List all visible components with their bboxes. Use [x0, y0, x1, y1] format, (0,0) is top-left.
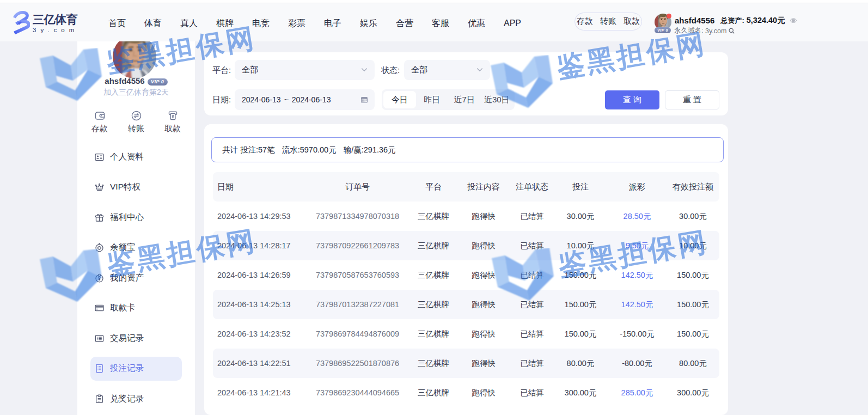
nav-item[interactable]: 真人 — [180, 18, 198, 29]
sidebar-menu-label: 交易记录 — [110, 333, 144, 344]
quick-date-option[interactable]: 昨日 — [416, 91, 449, 108]
cell-order-number: 7379871334978070318 — [315, 212, 400, 221]
nav-item[interactable]: 客服 — [432, 18, 449, 29]
table-row[interactable]: 2024-06-13 14:23:52 7379869784494876009 … — [213, 319, 719, 349]
cell-bet-amount: 80.00元 — [564, 358, 597, 369]
nav-avatar-wrap[interactable]: VIP 0 — [655, 14, 674, 35]
sidebar-menu-item[interactable]: 余额宝 — [90, 236, 182, 260]
quick-date-option[interactable]: 近7日 — [448, 91, 481, 108]
table-row[interactable]: 2024-06-13 14:25:13 7379870132387227081 … — [213, 290, 719, 319]
sidebar-menu-item[interactable]: 我的资产 — [90, 266, 182, 290]
cell-bet-amount: 150.00元 — [564, 300, 597, 310]
brand-logo[interactable]: 三亿体育 3y.com — [11, 11, 78, 34]
wallet-icon — [94, 110, 106, 121]
cell-date: 2024-06-13 14:28:17 — [217, 241, 315, 250]
quick-action[interactable]: 取款 — [163, 110, 182, 134]
sidebar-menu-label: VIP特权 — [110, 181, 140, 193]
quick-date-label: 今日 — [392, 95, 408, 105]
nav-item[interactable]: 体育 — [144, 18, 162, 29]
quick-date-option[interactable]: 今日 — [383, 91, 416, 108]
cell-bet-content: 跑得快 — [467, 329, 500, 339]
sidebar-menu-item[interactable]: VIP特权 — [90, 175, 182, 199]
cell-status: 已结算 — [500, 388, 564, 398]
table-row[interactable]: 2024-06-13 14:21:43 7379869230444094665 … — [213, 378, 719, 407]
table-row[interactable]: 2024-06-13 14:26:59 7379870587653760593 … — [213, 260, 719, 290]
betlist-icon — [94, 363, 105, 374]
magnifier-icon[interactable] — [729, 28, 735, 34]
brand-text-block: 三亿体育 3y.com — [33, 11, 78, 34]
gift-icon — [94, 212, 105, 223]
nav-item[interactable]: 棋牌 — [216, 18, 234, 29]
cell-date: 2024-06-13 14:29:53 — [217, 212, 315, 221]
coin-icon — [94, 242, 105, 253]
cell-bet-content: 跑得快 — [467, 358, 500, 369]
sidebar-menu-label: 个人资料 — [110, 151, 144, 163]
table-header-cell: 投注 — [564, 182, 597, 192]
reset-button[interactable]: 重置 — [665, 90, 719, 109]
eye-icon[interactable] — [790, 18, 797, 23]
nav-item[interactable]: 合营 — [396, 18, 413, 29]
nav-item[interactable]: 优惠 — [468, 18, 485, 29]
chevron-down-icon — [361, 68, 368, 72]
wallet-link[interactable]: 转账 — [600, 16, 616, 27]
quick-date-group: 今日 昨日 近7日 近30日 — [382, 89, 515, 110]
sidebar-menu-label: 福利中心 — [110, 212, 144, 223]
platform-select-value: 全部 — [242, 65, 258, 75]
table-row[interactable]: 2024-06-13 14:28:17 7379870922661209783 … — [213, 231, 719, 260]
cell-payout: 9.50元 — [597, 241, 677, 251]
cell-bet-content: 跑得快 — [467, 388, 500, 398]
status-select-value: 全部 — [411, 65, 427, 75]
table-header-cell: 投注内容 — [467, 182, 500, 192]
cell-valid-bet: 300.00元 — [677, 388, 709, 398]
cell-order-number: 7379870132387227081 — [315, 300, 400, 309]
date-range-input[interactable]: 2024-06-13 ~ 2024-06-13 — [235, 89, 375, 110]
table-row[interactable]: 2024-06-13 14:29:53 7379871334978070318 … — [213, 202, 719, 231]
sidebar-menu-item[interactable]: 取款卡 — [90, 296, 182, 320]
cell-platform: 三亿棋牌 — [400, 241, 467, 251]
table-header-cell: 注单状态 — [500, 182, 564, 192]
table-header-cell: 有效投注额 — [673, 182, 713, 192]
nav-item[interactable]: 彩票 — [288, 18, 305, 29]
cell-payout: -80.00元 — [597, 358, 677, 369]
status-select[interactable]: 全部 — [404, 60, 490, 80]
sidebar-menu-item[interactable]: 投注记录 — [90, 357, 182, 381]
sidebar-menu-item[interactable]: 交易记录 — [90, 326, 182, 350]
top-edge-strip — [0, 0, 868, 3]
search-button[interactable]: 查询 — [605, 90, 659, 109]
quick-date-label: 昨日 — [424, 95, 440, 105]
cell-platform: 三亿棋牌 — [400, 270, 467, 280]
sidebar-menu-item[interactable]: 兑奖记录 — [90, 387, 182, 411]
cell-valid-bet: 80.00元 — [679, 358, 707, 369]
wallet-link[interactable]: 存款 — [577, 16, 593, 27]
quick-date-option[interactable]: 近30日 — [481, 91, 514, 108]
cell-date: 2024-06-13 14:25:13 — [217, 300, 315, 309]
wallet-link[interactable]: 取款 — [624, 16, 640, 27]
cell-valid-bet: 150.00元 — [677, 329, 709, 339]
table-body: 2024-06-13 14:29:53 7379871334978070318 … — [213, 202, 719, 407]
cell-valid-bet: 150.00元 — [677, 300, 709, 310]
summary-total: 共计 投注:57笔 — [222, 145, 275, 155]
sidebar-menu-item[interactable]: 福利中心 — [90, 205, 182, 229]
sidebar-menu-label: 我的资产 — [110, 272, 144, 284]
nav-item[interactable]: APP — [504, 18, 521, 29]
cell-payout: 142.50元 — [597, 300, 677, 310]
redeem-icon — [94, 394, 105, 404]
quick-action-label: 存款 — [91, 124, 108, 134]
sidebar-avatar[interactable] — [113, 35, 156, 78]
nav-item[interactable]: 娱乐 — [360, 18, 377, 29]
table-row[interactable]: 2024-06-13 14:22:51 7379869522501870876 … — [213, 349, 719, 378]
domain-value: 3y.com — [705, 27, 726, 35]
nav-item[interactable]: 电子 — [324, 18, 341, 29]
withdraw-icon — [167, 110, 179, 121]
nav-item[interactable]: 首页 — [108, 18, 126, 29]
bankcard-icon — [94, 303, 105, 313]
sidebar-menu-item[interactable]: 个人资料 — [90, 145, 182, 169]
cell-bet-content: 跑得快 — [467, 211, 500, 222]
cell-status: 已结算 — [500, 211, 564, 222]
cell-platform: 三亿棋牌 — [400, 329, 467, 339]
platform-select[interactable]: 全部 — [235, 60, 375, 80]
quick-action[interactable]: 存款 — [90, 110, 109, 134]
nav-item[interactable]: 电竞 — [252, 18, 270, 29]
quick-action[interactable]: 转账 — [127, 110, 146, 134]
transfer-icon — [131, 110, 142, 121]
